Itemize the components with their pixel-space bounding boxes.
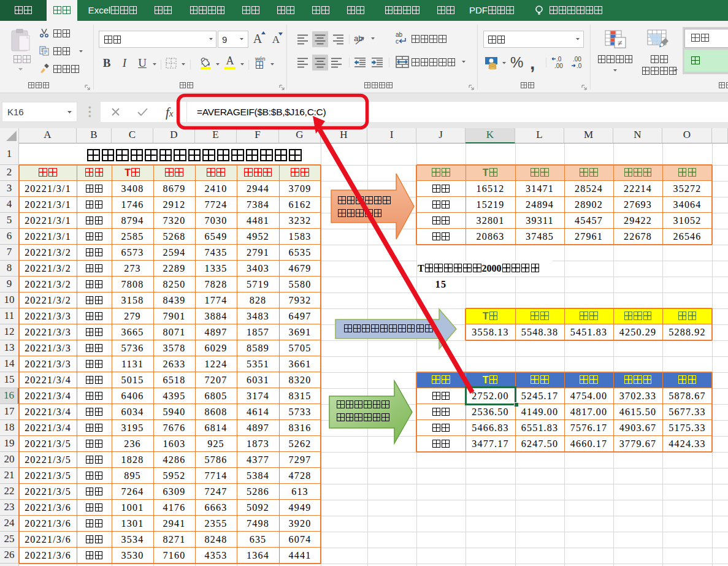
svg-text:.0: .0 [556,56,562,63]
svg-text:.0: .0 [577,63,582,69]
svg-text:.00: .00 [573,56,581,63]
svg-text:ab: ab [396,31,403,38]
svg-text:c: c [396,38,399,45]
svg-text:≠: ≠ [618,39,623,48]
svg-text:.00: .00 [554,63,563,69]
